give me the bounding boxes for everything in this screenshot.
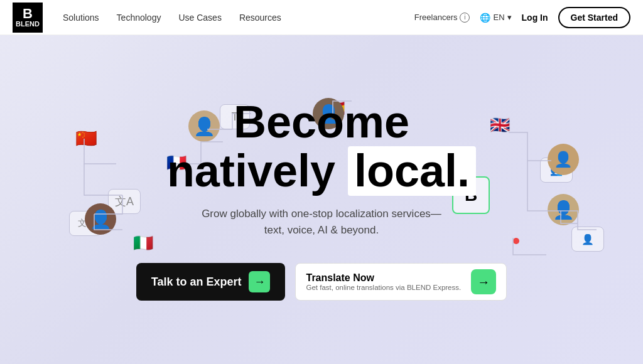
connection-lines <box>0 35 643 364</box>
flag-china: 🇨🇳 <box>75 128 97 149</box>
get-started-button[interactable]: Get Started <box>558 7 630 28</box>
avatar-3: 👤 <box>85 203 116 235</box>
freelancers-link[interactable]: Freelancers i <box>414 13 470 23</box>
navbar: B BLEND Solutions Technology Use Cases R… <box>0 0 643 35</box>
red-dot-indicator <box>513 238 519 244</box>
expert-arrow-icon: → <box>249 271 270 292</box>
language-selector[interactable]: 🌐 EN ▾ <box>480 13 511 23</box>
nav-right: Freelancers i 🌐 EN ▾ Log In Get Started <box>414 7 630 28</box>
avatar-4: 👤 <box>548 194 579 225</box>
hero-headline: Become natively local. <box>167 99 476 196</box>
nav-item-resources[interactable]: Resources <box>239 12 281 23</box>
login-button[interactable]: Log In <box>522 13 548 23</box>
hero-section: T 文A 文A 🖼 👥 👤 B 🇨🇳 🇫🇷 🇪🇸 🇬🇧 🇮🇹 🇩🇪 👤 👤 👤 … <box>0 35 643 364</box>
nav-item-solutions[interactable]: Solutions <box>63 12 99 23</box>
translate-arrow-icon: → <box>471 269 496 294</box>
globe-icon: 🌐 <box>480 13 490 23</box>
nav-item-use-cases[interactable]: Use Cases <box>178 12 221 23</box>
nav-links: Solutions Technology Use Cases Resources <box>63 12 414 23</box>
logo[interactable]: B BLEND <box>13 3 43 33</box>
translate-now-subtitle: Get fast, online translations via BLEND … <box>306 284 461 291</box>
nav-item-technology[interactable]: Technology <box>117 12 161 23</box>
hero-local-highlight: local. <box>348 146 476 196</box>
logo-b-letter: B <box>16 7 40 21</box>
flag-italy: 🇮🇹 <box>133 233 153 253</box>
presenter-icon-box: 👤 <box>571 227 604 252</box>
hero-ctas: Talk to an Expert → Translate Now Get fa… <box>136 263 507 301</box>
hero-subtext: Grow globally with one-stop localization… <box>202 206 441 238</box>
logo-brand-text: BLEND <box>16 20 40 28</box>
flag-uk: 🇬🇧 <box>490 115 510 135</box>
talk-to-expert-button[interactable]: Talk to an Expert → <box>136 263 286 301</box>
avatar-5: 👤 <box>548 144 579 175</box>
translate-now-button[interactable]: Translate Now Get fast, online translati… <box>295 263 507 301</box>
translate-now-title: Translate Now <box>306 272 461 284</box>
info-icon[interactable]: i <box>460 13 470 23</box>
